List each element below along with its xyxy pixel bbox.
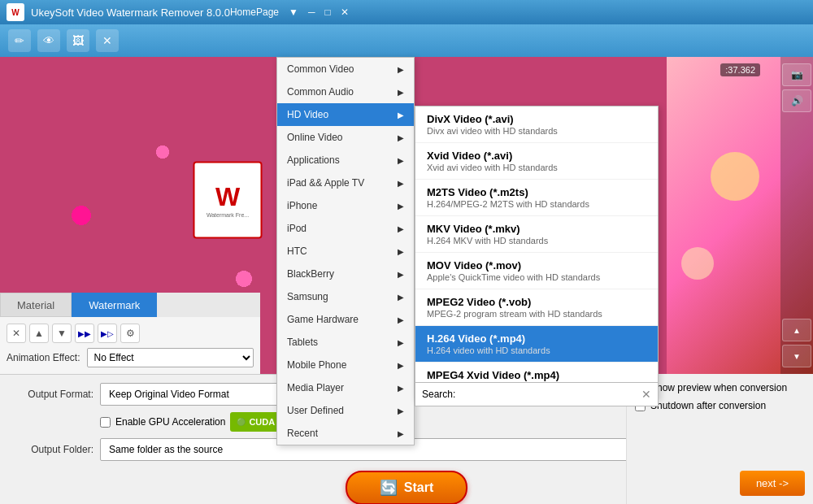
dropdown-icon[interactable]: ▼ bbox=[289, 7, 298, 18]
menu-iphone[interactable]: iPhone▶ bbox=[277, 194, 414, 217]
format-divx-name: DivX Video (*.avi) bbox=[427, 113, 646, 125]
app-title: UkeySoft Video Watermark Remover 8.0.0 bbox=[31, 7, 230, 19]
volume-btn[interactable]: 🔊 bbox=[782, 89, 811, 112]
format-mpeg2-desc: MPEG-2 program stream with HD standards bbox=[427, 309, 646, 319]
search-input[interactable] bbox=[460, 389, 637, 400]
menu-htc[interactable]: HTC▶ bbox=[277, 240, 414, 263]
toolbar: ✏ 👁 🖼 ✕ bbox=[0, 24, 813, 57]
close-watermark-btn[interactable]: ✕ bbox=[7, 324, 26, 343]
format-m2ts-desc: H.264/MPEG-2 M2TS with HD standards bbox=[427, 199, 646, 209]
homepage-link[interactable]: HomePage bbox=[230, 7, 279, 18]
move-up-btn[interactable]: ▲ bbox=[29, 324, 49, 343]
format-mkv-desc: H.264 MKV with HD standards bbox=[427, 236, 646, 245]
move-down-btn[interactable]: ▼ bbox=[52, 324, 72, 343]
start-btn[interactable]: 🔄 Start bbox=[346, 471, 467, 504]
menu-recent[interactable]: Recent▶ bbox=[277, 422, 414, 445]
menu-ipod[interactable]: iPod▶ bbox=[277, 217, 414, 240]
scroll-down-btn[interactable]: ▼ bbox=[782, 345, 811, 367]
menu-samsung[interactable]: Samsung▶ bbox=[277, 285, 414, 308]
scroll-up-btn[interactable]: ▲ bbox=[782, 319, 811, 341]
play2-btn[interactable]: ▶▷ bbox=[98, 324, 117, 343]
menu-game-hardware[interactable]: Game Hardware▶ bbox=[277, 308, 414, 331]
search-label: Search: bbox=[422, 389, 455, 400]
output-format-label: Output Format: bbox=[12, 389, 93, 400]
menu-media-player[interactable]: Media Player▶ bbox=[277, 376, 414, 399]
tab-content: ✕ ▲ ▼ ▶▶ ▶▷ ⚙ Animation Effect: No Effec… bbox=[0, 317, 260, 374]
menu-tablets[interactable]: Tablets▶ bbox=[277, 331, 414, 354]
format-mov-desc: Apple's QuickTime video with HD standard… bbox=[427, 272, 646, 282]
minimize-btn[interactable]: ─ bbox=[308, 7, 315, 18]
show-preview-row: Show preview when conversion bbox=[635, 382, 805, 393]
tab-material[interactable]: Material bbox=[0, 293, 72, 317]
animation-row: Animation Effect: No Effect bbox=[7, 348, 254, 367]
shutdown-row: Shutdown after conversion bbox=[635, 400, 805, 411]
menu-common-video[interactable]: Common Video▶ bbox=[277, 58, 414, 80]
main-area: W Watermark Fre... :37.362 📷 🔊 ▲ ▼ bbox=[0, 57, 813, 504]
title-bar-controls: HomePage ▼ ─ □ ✕ bbox=[230, 7, 349, 18]
animation-select[interactable]: No Effect bbox=[87, 348, 254, 367]
watermark-subtext: Watermark Fre... bbox=[207, 212, 249, 218]
image-icon[interactable]: 🖼 bbox=[67, 29, 89, 52]
settings-btn[interactable]: ⚙ bbox=[120, 324, 140, 343]
camera-btn[interactable]: 📷 bbox=[782, 63, 811, 86]
format-divx-desc: Divx avi video with HD standards bbox=[427, 126, 646, 136]
search-close-btn[interactable]: ✕ bbox=[641, 388, 651, 401]
next-btn[interactable]: next -> bbox=[740, 471, 805, 496]
menu-ipad-apple[interactable]: iPad && Apple TV▶ bbox=[277, 172, 414, 194]
menu-common-audio[interactable]: Common Audio▶ bbox=[277, 80, 414, 103]
menu-online-video[interactable]: Online Video▶ bbox=[277, 126, 414, 149]
close-btn[interactable]: ✕ bbox=[341, 7, 349, 18]
format-h264-desc: H.264 video with HD standards bbox=[427, 345, 646, 355]
enable-gpu-checkbox[interactable] bbox=[100, 417, 111, 428]
watermark-letter: W bbox=[215, 182, 240, 212]
play-btn[interactable]: ▶▶ bbox=[75, 324, 94, 343]
shutdown-label: Shutdown after conversion bbox=[650, 400, 766, 411]
format-xvid-desc: Xvid avi video with HD standards bbox=[427, 163, 646, 172]
edit-icon[interactable]: ✏ bbox=[8, 29, 31, 52]
format-mpeg2[interactable]: MPEG2 Video (*.vob) MPEG-2 program strea… bbox=[415, 289, 658, 326]
format-mkv-name: MKV Video (*.mkv) bbox=[427, 223, 646, 235]
right-controls: 📷 🔊 ▲ ▼ bbox=[780, 57, 813, 374]
tab-toolbar: ✕ ▲ ▼ ▶▶ ▶▷ ⚙ bbox=[7, 324, 254, 343]
eye-icon[interactable]: 👁 bbox=[37, 29, 60, 52]
start-icon: 🔄 bbox=[380, 479, 398, 497]
format-divx[interactable]: DivX Video (*.avi) Divx avi video with H… bbox=[415, 106, 658, 143]
main-menu: Common Video▶ Common Audio▶ HD Video▶ On… bbox=[276, 57, 415, 445]
cuda-badge[interactable]: 🟢 CUDA bbox=[230, 412, 281, 432]
time-display: :37.362 bbox=[720, 63, 760, 76]
format-h264-name: H.264 Video (*.mp4) bbox=[427, 332, 646, 345]
menu-user-defined[interactable]: User Defined▶ bbox=[277, 399, 414, 422]
menu-applications[interactable]: Applications▶ bbox=[277, 149, 414, 172]
format-mkv[interactable]: MKV Video (*.mkv) H.264 MKV with HD stan… bbox=[415, 216, 658, 253]
format-xvid-name: Xvid Video (*.avi) bbox=[427, 150, 646, 162]
enable-gpu-label: Enable GPU Acceleration bbox=[115, 416, 225, 428]
start-label: Start bbox=[404, 480, 433, 495]
tabs: Material Watermark bbox=[0, 293, 260, 317]
output-folder-label: Output Folder: bbox=[12, 444, 93, 455]
format-xvid[interactable]: Xvid Video (*.avi) Xvid avi video with H… bbox=[415, 143, 658, 180]
animation-label: Animation Effect: bbox=[7, 352, 80, 363]
format-mpeg4-name: MPEG4 Xvid Video (*.mp4) bbox=[427, 369, 646, 381]
format-h264[interactable]: H.264 Video (*.mp4) H.264 video with HD … bbox=[415, 326, 658, 363]
format-m2ts-name: M2TS Video (*.m2ts) bbox=[427, 186, 646, 198]
menu-blackberry[interactable]: BlackBerry▶ bbox=[277, 263, 414, 285]
title-bar: W UkeySoft Video Watermark Remover 8.0.0… bbox=[0, 0, 813, 24]
format-mpeg2-name: MPEG2 Video (*.vob) bbox=[427, 296, 646, 308]
close-icon[interactable]: ✕ bbox=[96, 29, 119, 52]
show-preview-label: Show preview when conversion bbox=[650, 382, 787, 393]
sub-menu: DivX Video (*.avi) Divx avi video with H… bbox=[415, 106, 659, 400]
search-bar: Search: ✕ bbox=[415, 382, 659, 406]
menu-hd-video[interactable]: HD Video▶ bbox=[277, 103, 414, 126]
format-m2ts[interactable]: M2TS Video (*.m2ts) H.264/MPEG-2 M2TS wi… bbox=[415, 180, 658, 216]
tab-watermark[interactable]: Watermark bbox=[72, 293, 157, 317]
menu-mobile-phone[interactable]: Mobile Phone▶ bbox=[277, 354, 414, 376]
format-mov[interactable]: MOV Video (*.mov) Apple's QuickTime vide… bbox=[415, 253, 658, 289]
maximize-btn[interactable]: □ bbox=[324, 7, 330, 18]
format-mov-name: MOV Video (*.mov) bbox=[427, 259, 646, 272]
app-logo: W bbox=[7, 3, 24, 21]
tab-panel: Material Watermark ✕ ▲ ▼ ▶▶ ▶▷ ⚙ Animati… bbox=[0, 293, 260, 374]
